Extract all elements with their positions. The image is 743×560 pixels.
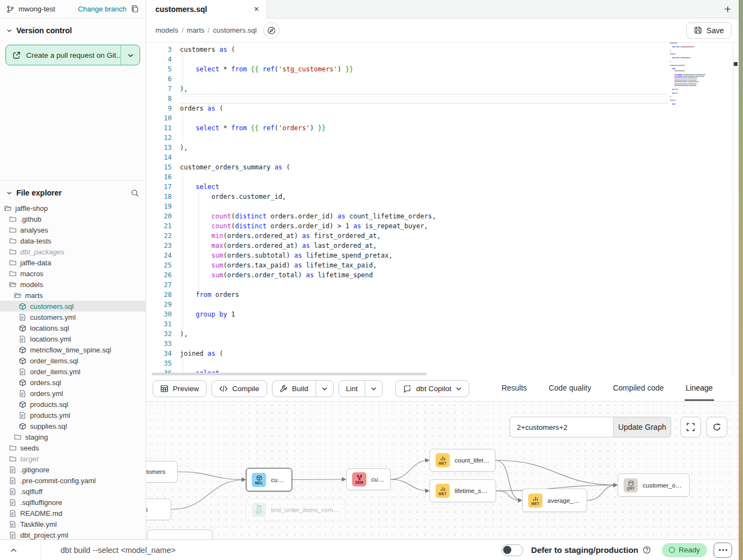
build-dropdown-caret[interactable] (316, 381, 333, 397)
file-tree-item-dbt-packages[interactable]: dbt_packages (0, 246, 146, 257)
file-tree-item-seeds[interactable]: seeds (0, 442, 146, 453)
minimap[interactable] (670, 42, 724, 118)
help-icon[interactable] (643, 546, 651, 554)
file-tree-item-readme-md[interactable]: README.md (0, 508, 146, 519)
code-line-33[interactable]: 33 (146, 339, 668, 349)
file-tree-item-customers-yml[interactable]: customers.yml (0, 312, 146, 322)
code-line-23[interactable]: 23 max(orders.ordered_at) as last_ordere… (146, 241, 668, 251)
lineage-node-customers-sem[interactable]: SEMcustomers (346, 468, 391, 490)
close-icon[interactable]: × (254, 5, 259, 14)
compile-button[interactable]: Compile (212, 380, 267, 397)
code-line-34[interactable]: 34joined as ( (146, 349, 668, 358)
code-line-28[interactable]: 28 from orders (146, 290, 668, 300)
command-input[interactable]: dbt build --select <model_name> (61, 546, 502, 555)
lineage-node-customer-order-metrics[interactable]: QRYcustomer_order_metrics (618, 473, 690, 497)
file-tree-item-marts[interactable]: marts (0, 290, 146, 301)
lineage-node-count-lifetime-orders[interactable]: METcount_lifetime_orders (430, 449, 496, 472)
file-tree-item-analyses[interactable]: analyses (0, 224, 146, 235)
file-tree-item-data-tests[interactable]: data-tests (0, 235, 146, 246)
code-line-27[interactable]: 27 (146, 280, 668, 290)
code-line-13[interactable]: 13), (146, 143, 668, 153)
code-line-30[interactable]: 30 group by 1 (146, 309, 668, 319)
breadcrumb-models[interactable]: models (155, 26, 178, 34)
chevron-down-icon[interactable] (7, 28, 12, 33)
lineage-selector-input[interactable] (510, 417, 613, 437)
lineage-node-partial-node[interactable] (147, 529, 213, 539)
file-tree-item-taskfile-yml[interactable]: Taskfile.yml (0, 519, 146, 529)
lineage-node-stg-customers[interactable]: stg_customers (146, 461, 178, 483)
code-line-4[interactable]: 4 (146, 54, 668, 64)
lint-button[interactable]: Lint (339, 380, 383, 397)
save-button[interactable]: Save (686, 22, 732, 39)
lineage-panel[interactable]: stg_customersordersMDLcustomersTSTtest_o… (146, 401, 739, 539)
search-icon[interactable] (131, 189, 139, 197)
code-line-19[interactable]: 19 (146, 202, 668, 211)
code-line-25[interactable]: 25 sum(orders.tax_paid) as lifetime_tax_… (146, 260, 668, 270)
file-tree-item--gitignore[interactable]: .gitignore (0, 464, 146, 475)
file-tree-item-supplies-sql[interactable]: supplies.sql (0, 421, 146, 431)
file-tree-item-macros[interactable]: macros (0, 268, 146, 279)
lineage-node-test-node[interactable]: TSTtest_order_items_compute_to_bools... (246, 498, 346, 521)
lineage-node-orders[interactable]: orders (146, 498, 171, 520)
code-line-20[interactable]: 20 count(distinct orders.order_id) as co… (146, 211, 668, 221)
tab-results[interactable]: Results (500, 376, 528, 401)
file-tree-item-models[interactable]: models (0, 279, 146, 290)
fullscreen-icon[interactable] (680, 417, 701, 437)
code-line-24[interactable]: 24 sum(orders.subtotal) as lifetime_spen… (146, 251, 668, 260)
code-line-7[interactable]: 7), (146, 84, 668, 94)
code-line-11[interactable]: 11 select * from {{ ref('orders') }} (146, 123, 668, 133)
defer-toggle[interactable] (502, 544, 523, 556)
chevron-down-icon[interactable] (7, 190, 12, 196)
file-tree-item-metricflow-time-spine-sql[interactable]: metricflow_time_spine.sql (0, 344, 146, 355)
file-tree-item-customers-sql[interactable]: customers.sql (0, 301, 146, 312)
file-tree-item-target[interactable]: target (0, 453, 146, 464)
create-pr-button[interactable]: Create a pull request on Git... (5, 45, 140, 65)
code-line-5[interactable]: 5 select * from {{ ref('stg_customers') … (146, 64, 668, 74)
tab-compiled-code[interactable]: Compiled code (612, 376, 665, 401)
update-graph-button[interactable]: Update Graph (613, 417, 671, 437)
file-tree-item-dbt-project-yml[interactable]: dbt_project.yml (0, 529, 146, 539)
breadcrumb-file[interactable]: customers.sql (213, 26, 257, 34)
scrollbar-thumb[interactable] (734, 62, 738, 66)
chevron-up-icon[interactable] (0, 548, 27, 552)
pr-dropdown-caret[interactable] (121, 45, 140, 65)
editor-vertical-scrollbar[interactable] (733, 42, 738, 376)
build-button[interactable]: Build (272, 380, 334, 397)
tab-lineage[interactable]: Lineage (685, 376, 714, 401)
file-tree-item--github[interactable]: .github (0, 214, 146, 224)
file-tree-item-orders-yml[interactable]: orders.yml (0, 388, 146, 399)
code-line-9[interactable]: 9orders as ( (146, 104, 668, 113)
change-branch-link[interactable]: Change branch (78, 5, 126, 13)
file-tree-item-jaffle-shop[interactable]: jaffle-shop (0, 203, 146, 214)
editor-horizontal-scrollbar[interactable] (152, 373, 427, 375)
code-line-26[interactable]: 26 sum(orders.order_total) as lifetime_s… (146, 270, 668, 280)
compass-icon[interactable] (263, 22, 280, 39)
code-line-15[interactable]: 15customer_orders_summary as ( (146, 162, 668, 172)
code-line-8[interactable]: 8 (146, 94, 668, 104)
file-tree-item--sqlfluff[interactable]: .sqlfluff (0, 486, 146, 497)
code-line-17[interactable]: 17 select (146, 182, 668, 192)
file-tree-item-staging[interactable]: staging (0, 431, 146, 442)
file-tree-item-order-items-yml[interactable]: order_items.yml (0, 366, 146, 377)
code-line-14[interactable]: 14 (146, 153, 668, 162)
dbt-copilot-button[interactable]: dbt Copilot (395, 380, 469, 397)
code-line-3[interactable]: 3customers as ( (146, 45, 668, 54)
code-line-31[interactable]: 31 (146, 319, 668, 329)
file-tree-item-jaffle-data[interactable]: jaffle-data (0, 257, 146, 268)
lineage-node-average-order-value[interactable]: METaverage_order_value (522, 489, 587, 512)
file-tree-item-orders-sql[interactable]: orders.sql (0, 377, 146, 388)
lineage-node-lifetime-spend-pretax[interactable]: METlifetime_spend_pretax (430, 479, 496, 502)
refresh-icon[interactable] (706, 417, 727, 437)
code-line-18[interactable]: 18 orders.customer_id, (146, 192, 668, 202)
code-line-12[interactable]: 12 (146, 133, 668, 143)
code-line-16[interactable]: 16 (146, 172, 668, 182)
file-tree-item-products-yml[interactable]: products.yml (0, 410, 146, 421)
file-tree-item--sqlfluffignore[interactable]: .sqlfluffignore (0, 497, 146, 508)
file-tree-item-locations-yml[interactable]: locations.yml (0, 333, 146, 344)
code-line-21[interactable]: 21 count(distinct orders.order_id) > 1 a… (146, 221, 668, 231)
code-editor[interactable]: 3customers as (45 select * from {{ ref('… (146, 42, 739, 376)
file-tree-item-locations-sql[interactable]: locations.sql (0, 322, 146, 333)
new-tab-icon[interactable]: + (724, 3, 731, 16)
tab-customers-sql[interactable]: customers.sql × (146, 0, 267, 19)
file-tree-item--pre-commit-config-yaml[interactable]: .pre-commit-config.yaml (0, 475, 146, 486)
